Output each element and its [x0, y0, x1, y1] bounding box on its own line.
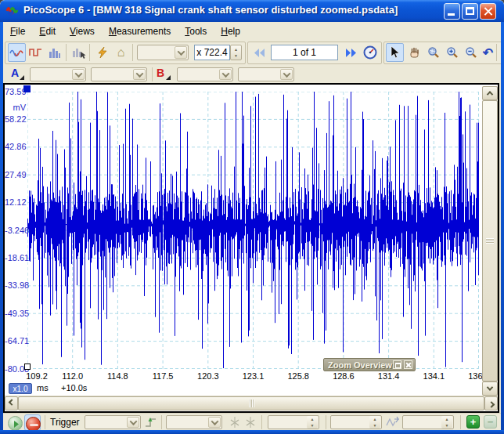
channel-a-axis-marker[interactable]	[23, 85, 31, 92]
bar-chart-icon	[48, 47, 61, 58]
channel-bar: A B	[3, 66, 501, 83]
menu-item-help[interactable]: Help	[214, 22, 247, 41]
channel-a-coupling-combo[interactable]	[91, 67, 147, 81]
chevron-down-icon[interactable]	[219, 69, 232, 80]
y-axis-unit: mV	[5, 103, 26, 112]
persistence-view-button[interactable]	[27, 43, 45, 62]
menu-item-views[interactable]: Views	[63, 22, 102, 41]
vertical-scrollbar[interactable]	[482, 86, 498, 396]
square-wave-icon	[29, 47, 42, 58]
timebase-combo[interactable]	[137, 45, 189, 60]
zoom-out-icon	[465, 46, 477, 59]
auto-setup-button[interactable]	[93, 43, 111, 62]
x-axis-label: 114.8	[107, 371, 128, 381]
scope-view: 73.5958.2242.8627.4912.12-3.246-18.61-33…	[3, 83, 499, 413]
rising-cursor-icon[interactable]	[229, 416, 241, 432]
scroll-left-button[interactable]	[5, 396, 18, 410]
cursor-arrow-icon	[390, 46, 401, 59]
y-axis-label: 27.49	[5, 170, 26, 179]
horizontal-scrollbar[interactable]	[5, 396, 498, 410]
add-measurement-button[interactable]: +	[466, 415, 480, 429]
y-axis-label: 12.12	[5, 197, 26, 207]
scope-view-button[interactable]	[8, 43, 26, 62]
y-axis-label: -33.98	[5, 280, 26, 290]
channel-b-label[interactable]: B	[157, 67, 164, 79]
undo-zoom-button[interactable]: ↶	[479, 43, 497, 62]
zoom-in-button[interactable]	[443, 43, 461, 62]
normal-selection-tool-button[interactable]	[386, 43, 404, 62]
vertical-scroll-thumb[interactable]	[482, 100, 498, 382]
channel-b-range-combo[interactable]	[177, 67, 233, 81]
hand-tool-button[interactable]	[405, 43, 423, 62]
scroll-down-button[interactable]	[482, 382, 498, 396]
zoom-in-icon	[446, 46, 459, 59]
next-buffer-button[interactable]	[341, 43, 359, 62]
axis-origin-handle[interactable]	[24, 363, 31, 370]
horizontal-scroll-thumb[interactable]	[18, 396, 484, 410]
zoom-overview-restore-icon[interactable]	[393, 360, 401, 369]
x-axis-label: 112.0	[62, 371, 83, 381]
waveform-chart[interactable]	[27, 92, 479, 369]
chevron-down-icon[interactable]	[208, 417, 221, 428]
undo-icon: ↶	[483, 45, 493, 60]
hand-icon	[409, 47, 420, 59]
x-axis-label: 128.6	[333, 371, 355, 381]
previous-buffer-button[interactable]	[250, 43, 268, 62]
scroll-up-button[interactable]	[482, 86, 498, 100]
marquee-zoom-tool-button[interactable]	[424, 43, 442, 62]
home-button[interactable]: ⌂	[112, 43, 130, 62]
trigger-level-spinner[interactable]: ▲▼	[307, 416, 318, 429]
trigger-level-field[interactable]: ▲▼	[268, 415, 319, 429]
pre-trigger-spinner[interactable]: ▲▼	[369, 416, 380, 429]
menu-bar: FileEditViewsMeasurementsToolsHelp	[3, 22, 501, 41]
zoom-overview-window[interactable]: Zoom Overview	[323, 358, 416, 371]
channel-a-label[interactable]: A	[11, 67, 19, 79]
window-border-right	[501, 22, 504, 434]
x-axis-label: 120.3	[197, 371, 219, 381]
zoom-factor-spinner[interactable]: ▲▼	[230, 45, 242, 60]
zoom-overview-close-icon[interactable]	[404, 360, 412, 369]
start-capture-button[interactable]	[8, 416, 23, 431]
channel-a-expand-icon[interactable]	[20, 75, 24, 80]
menu-item-measurements[interactable]: Measurements	[102, 22, 178, 41]
channel-b-coupling-combo[interactable]	[238, 67, 294, 81]
zoom-out-button[interactable]	[462, 43, 480, 62]
main-toolbar: ⌂ ▲▼	[3, 41, 504, 66]
post-trigger-spinner[interactable]: ▲▼	[441, 416, 452, 429]
menu-item-edit[interactable]: Edit	[32, 22, 63, 41]
scroll-right-button[interactable]	[484, 396, 498, 410]
window-title: PicoScope 6 - [BMW 318 Signal crank shaf…	[23, 4, 398, 16]
minimize-button[interactable]	[444, 3, 460, 20]
lightning-icon	[96, 47, 108, 59]
buffer-navigator-button[interactable]	[361, 43, 379, 62]
chevron-down-icon[interactable]	[175, 46, 187, 59]
zoom-ratio-badge[interactable]: x1.0	[9, 383, 32, 394]
trigger-source-combo[interactable]	[166, 415, 222, 429]
remove-measurement-button[interactable]: −	[484, 415, 497, 429]
close-button[interactable]	[480, 3, 496, 20]
chevron-down-icon[interactable]	[133, 69, 146, 80]
zoom-select-icon	[427, 46, 440, 59]
chevron-down-icon[interactable]	[127, 417, 139, 428]
y-axis-label: -64.71	[5, 336, 26, 345]
falling-cursor-icon[interactable]	[244, 416, 257, 432]
menu-item-file[interactable]: File	[3, 22, 32, 41]
post-trigger-icon[interactable]	[386, 416, 400, 432]
channel-a-range-combo[interactable]	[30, 67, 86, 81]
buffer-page-field[interactable]	[271, 45, 338, 60]
trigger-mode-combo[interactable]	[85, 415, 141, 429]
maximize-button[interactable]	[462, 3, 478, 20]
menu-item-tools[interactable]: Tools	[178, 22, 214, 41]
chevron-down-icon[interactable]	[280, 69, 293, 80]
post-trigger-field[interactable]: ▲▼	[402, 415, 454, 429]
pre-trigger-field[interactable]: ▲▼	[330, 415, 382, 429]
zoom-overview-title: Zoom Overview	[324, 360, 393, 370]
spectrum-view-button[interactable]	[45, 43, 63, 62]
zoom-factor-field[interactable]	[194, 45, 230, 60]
title-bar[interactable]: PicoScope 6 - [BMW 318 Signal crank shaf…	[0, 0, 504, 22]
trigger-edge-icon[interactable]	[145, 416, 158, 432]
x-axis-offset: +10.0s	[61, 383, 87, 392]
channel-b-expand-icon[interactable]	[166, 75, 171, 80]
chevron-down-icon[interactable]	[72, 69, 85, 80]
custom-view-button[interactable]	[70, 43, 88, 62]
